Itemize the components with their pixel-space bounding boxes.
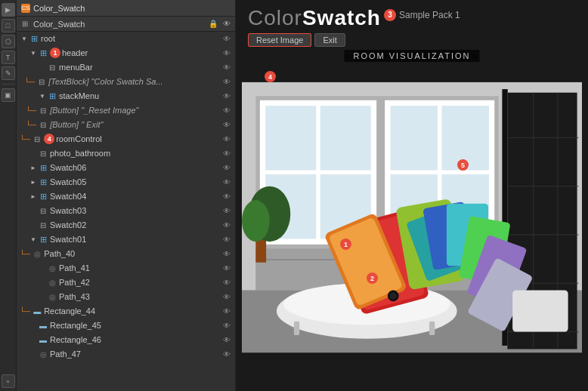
exit-button[interactable]: Exit: [314, 33, 345, 47]
eye-icon[interactable]: 👁: [221, 277, 232, 288]
content-header: Color Swatch 3 Sample Pack 1: [236, 0, 588, 30]
folder-icon: ⊞: [38, 234, 48, 245]
tree-label-menubar: menuBar: [59, 63, 221, 72]
eye-icon[interactable]: 👁: [221, 105, 232, 115]
eye-icon[interactable]: 👁: [221, 62, 232, 72]
lock-icon[interactable]: 🔒: [208, 19, 218, 29]
tree-label-exit: [Button] " Exit": [50, 120, 221, 129]
tree-item-textblock[interactable]: └─ ⊟ [TextBlock] "Color Swatch Sa... 👁: [17, 75, 235, 89]
tree-item-swatch03[interactable]: ⊟ Swatch03 👁: [17, 204, 235, 218]
title-swatch: Swatch: [302, 6, 381, 30]
tree-item-reset-btn[interactable]: └─ ⊟ [Button] "_Reset Image" 👁: [17, 103, 235, 118]
eye-icon[interactable]: 👁: [221, 349, 232, 359]
connector-icon: └─: [24, 78, 35, 86]
panel-icon-small: ⊞: [20, 19, 30, 29]
connector-icon: └─: [20, 250, 30, 258]
tree-label-path41: Path_41: [59, 263, 221, 272]
eye-icon[interactable]: 👁: [221, 76, 232, 87]
panel-subtitle: Color_Swatch: [33, 20, 85, 29]
svg-point-18: [242, 200, 270, 242]
tree-item-swatch02[interactable]: ⊟ Swatch02 👁: [17, 218, 235, 232]
eye-icon[interactable]: 👁: [221, 263, 232, 273]
tree-label-path42: Path_42: [59, 278, 221, 287]
content-area: Color Swatch 3 Sample Pack 1 Reset Image…: [236, 0, 588, 391]
badge-1-visual: 1: [340, 239, 351, 250]
tree-label-swatch02: Swatch02: [50, 220, 221, 229]
eye-icon[interactable]: 👁: [221, 248, 232, 259]
left-toolbar: ▶ □ ⬡ T ✎ ▣ »: [0, 0, 17, 391]
tree-item-rect46[interactable]: ▬ Rectangle_46 👁: [17, 333, 235, 347]
tool-pen[interactable]: ✎: [2, 66, 15, 80]
tree-item-swatch06[interactable]: ► ⊞ Swatch06 👁: [17, 161, 235, 175]
reset-image-button[interactable]: Reset Image: [248, 33, 311, 47]
connector-icon: └─: [20, 135, 30, 143]
tree-arrow: [29, 335, 38, 344]
tree-item-swatch04[interactable]: ► ⊞ Swatch04 👁: [17, 189, 235, 204]
tree-label-photo: photo_bathroom: [50, 149, 221, 158]
tree-arrow: ►: [29, 192, 38, 201]
tree-item-rect45[interactable]: ▬ Rectangle_45 👁: [17, 319, 235, 333]
tree-item-path43[interactable]: ◎ Path_43 👁: [17, 290, 235, 304]
eye-icon[interactable]: 👁: [221, 306, 232, 316]
tree-item-rect44[interactable]: └─ ▬ Rectangle_44 👁: [17, 304, 235, 319]
tree-arrow: ►: [29, 177, 38, 186]
tree-item-path41[interactable]: ◎ Path_41 👁: [17, 261, 235, 276]
tool-expand[interactable]: »: [2, 374, 15, 388]
tool-select[interactable]: ▶: [2, 3, 15, 17]
tree-item-stackmenu[interactable]: ▼ ⊞ stackMenu 👁: [17, 89, 235, 103]
folder-icon: ⊞: [38, 191, 48, 202]
eye-icon[interactable]: 👁: [221, 220, 232, 230]
title-color: Color: [248, 6, 302, 30]
tree-label-swatch03: Swatch03: [50, 206, 221, 215]
eye-icon[interactable]: 👁: [221, 134, 232, 144]
eye-icon[interactable]: 👁: [221, 119, 232, 130]
svg-rect-43: [512, 290, 568, 331]
eye-icon[interactable]: 👁: [221, 33, 232, 44]
tree-arrow: ▼: [38, 91, 47, 100]
folder-icon: ⊞: [38, 177, 48, 187]
badge-4: 4: [44, 134, 54, 144]
room-label: ROOM VISUALIZATION: [345, 50, 480, 62]
rect-icon: ▬: [32, 306, 42, 316]
tree-item-roomcontrol[interactable]: └─ ⊟ 4 roomControl 👁: [17, 132, 235, 146]
tool-screen[interactable]: ▣: [2, 88, 15, 102]
eye-icon[interactable]: 👁: [221, 177, 232, 187]
tree-item-exit-btn[interactable]: └─ ⊟ [Button] " Exit" 👁: [17, 118, 235, 132]
tree-item-path47[interactable]: ◎ Path_47 👁: [17, 347, 235, 362]
layer-panel: CS Color_Swatch ⊞ Color_Swatch 🔒 👁 ▼ ⊞ r…: [17, 0, 236, 391]
room-visualization: ROOM VISUALIZATION 4 5 1 2: [242, 50, 582, 385]
tree-arrow: ▼: [20, 34, 29, 43]
tool-shape[interactable]: □: [2, 19, 15, 32]
tree-item-photo[interactable]: ⊟ photo_bathroom 👁: [17, 146, 235, 161]
eye-icon[interactable]: 👁: [221, 291, 232, 302]
connector-icon: └─: [26, 121, 36, 129]
eye-icon[interactable]: 👁: [221, 234, 232, 245]
badge-2-visual: 2: [367, 272, 378, 284]
tree-item-menubar[interactable]: ⊟ menuBar 👁: [17, 60, 235, 75]
tree-arrow: [29, 149, 38, 158]
eye-icon[interactable]: 👁: [221, 19, 232, 29]
tree-item-path40[interactable]: └─ ◎ Path_40 👁: [17, 247, 235, 261]
tree-label-path43: Path_43: [59, 292, 221, 301]
tree-item-swatch05[interactable]: ► ⊞ Swatch05 👁: [17, 175, 235, 189]
eye-icon[interactable]: 👁: [221, 320, 232, 331]
tree-label-roomcontrol: roomControl: [56, 134, 221, 143]
rect-icon: ▬: [38, 320, 48, 331]
eye-icon[interactable]: 👁: [221, 91, 232, 101]
rect-icon: ▬: [38, 334, 48, 345]
tree-item-path42[interactable]: ◎ Path_42 👁: [17, 276, 235, 290]
tree-item-root[interactable]: ▼ ⊞ root 👁: [17, 32, 235, 46]
tree-item-header[interactable]: ▼ ⊞ 1 header 👁: [17, 46, 235, 60]
eye-icon[interactable]: 👁: [221, 334, 232, 345]
page-icon: ⊟: [38, 220, 48, 230]
tool-poly[interactable]: ⬡: [2, 35, 15, 48]
eye-icon[interactable]: 👁: [221, 48, 232, 58]
tool-text[interactable]: T: [2, 51, 15, 64]
page-icon: ⊟: [38, 119, 48, 130]
eye-icon[interactable]: 👁: [221, 191, 232, 202]
eye-icon[interactable]: 👁: [221, 148, 232, 159]
eye-icon[interactable]: 👁: [221, 205, 232, 216]
eye-icon[interactable]: 👁: [221, 162, 232, 173]
tree-item-swatch01[interactable]: ▼ ⊞ Swatch01 👁: [17, 232, 235, 247]
tree-label-swatch01: Swatch01: [50, 235, 221, 244]
